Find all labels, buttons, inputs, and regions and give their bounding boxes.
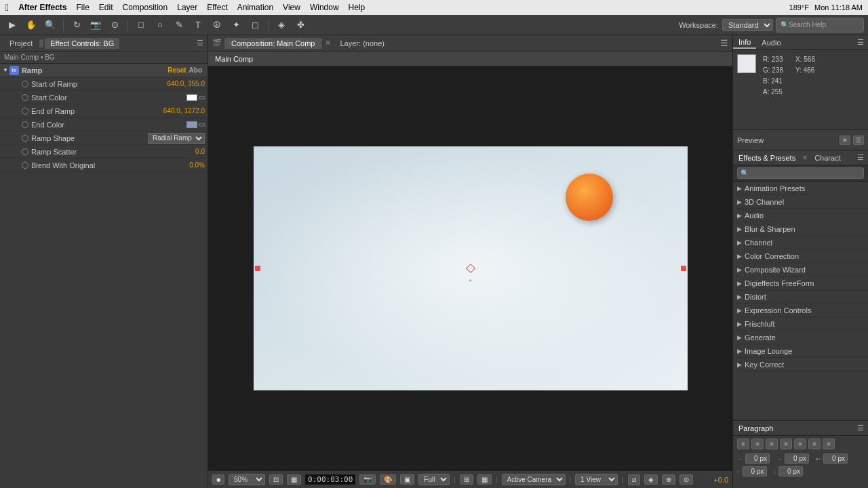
indent-first-input[interactable] xyxy=(823,453,848,464)
tool-text[interactable]: T xyxy=(190,18,206,33)
layer-handles-btn[interactable]: ◈ xyxy=(644,474,658,485)
reset-btn[interactable]: Reset xyxy=(167,66,186,74)
right-handle[interactable] xyxy=(681,266,686,271)
comp-tab-close[interactable]: ✕ xyxy=(325,39,331,47)
ep-frischluft[interactable]: ▶ Frischluft xyxy=(733,317,868,331)
menu-effect[interactable]: Effect xyxy=(207,3,227,12)
preview-close[interactable]: ✕ xyxy=(840,136,850,145)
panel-close[interactable] xyxy=(39,39,43,47)
align-center[interactable]: ≡ xyxy=(751,439,764,449)
comp-size-btn[interactable]: ⊡ xyxy=(269,474,283,485)
indent-left-input[interactable] xyxy=(745,453,770,464)
menu-layer[interactable]: Layer xyxy=(177,3,197,12)
tab-character[interactable]: Charact xyxy=(809,152,846,163)
menu-window[interactable]: Window xyxy=(310,3,339,12)
align-justify-all[interactable]: ≡ xyxy=(823,439,835,449)
ep-animation-presets[interactable]: ▶ Animation Presets xyxy=(733,182,868,195)
ep-channel[interactable]: ▶ Channel xyxy=(733,236,868,249)
ramp-shape-select[interactable]: Radial Ramp Linear Ramp xyxy=(148,133,205,144)
tab-layer-none[interactable]: Layer: (none) xyxy=(334,38,391,49)
camera-select[interactable]: Active Camera xyxy=(502,474,566,485)
left-handle[interactable] xyxy=(255,266,260,271)
menu-animation[interactable]: Animation xyxy=(237,3,273,12)
info-panel-menu[interactable]: ☰ xyxy=(853,38,868,47)
ep-blur-sharpen[interactable]: ▶ Blur & Sharpen xyxy=(733,222,868,236)
tool-clone[interactable]: ✦ xyxy=(228,18,244,33)
tool-select[interactable]: ▶ xyxy=(4,18,20,33)
tab-audio[interactable]: Audio xyxy=(756,37,786,48)
abo-btn[interactable]: Abo xyxy=(189,66,202,74)
tool-zoom[interactable]: 🔍 xyxy=(42,18,58,33)
ep-expression-controls[interactable]: ▶ Expression Controls xyxy=(733,304,868,317)
space-after-input[interactable] xyxy=(778,466,803,476)
panel-menu-icon[interactable]: ☰ xyxy=(197,39,203,47)
tab-effects-presets[interactable]: Effects & Presets xyxy=(733,152,801,163)
tab-main-comp[interactable]: Composition: Main Comp xyxy=(224,38,322,49)
snapshot-btn[interactable]: 📷 xyxy=(359,474,376,485)
ep-search-input[interactable] xyxy=(737,167,864,179)
workspace-select[interactable]: Standard xyxy=(722,19,773,31)
prop-ramp-scatter-value[interactable]: 0.0 xyxy=(195,148,205,155)
stopwatch-ramp-scatter[interactable] xyxy=(22,148,28,155)
space-before-input[interactable] xyxy=(743,466,767,476)
menu-view[interactable]: View xyxy=(283,3,300,12)
color-btn[interactable]: 🎨 xyxy=(380,474,396,485)
prop-ramp-scatter[interactable]: Ramp Scatter 0.0 xyxy=(0,145,208,159)
comp-flow-btn[interactable]: ⊕ xyxy=(662,474,675,485)
prop-blend-value[interactable]: 0.0% xyxy=(189,161,205,169)
tool-puppet[interactable]: ◈ xyxy=(273,18,290,33)
stopwatch-blend[interactable] xyxy=(22,162,28,169)
menu-composition[interactable]: Composition xyxy=(123,3,168,12)
tool-mask-rect[interactable]: □ xyxy=(133,18,149,33)
tool-eraser[interactable]: ◻ xyxy=(247,18,263,33)
ep-digieffects[interactable]: ▶ Digieffects FreeForm xyxy=(733,277,868,290)
prop-ramp-shape[interactable]: Ramp Shape Radial Ramp Linear Ramp xyxy=(0,131,208,145)
tab-project[interactable]: Project xyxy=(4,38,38,49)
ep-distort[interactable]: ▶ Distort xyxy=(733,290,868,304)
preview-menu[interactable]: ☰ xyxy=(853,136,864,145)
layer-wireframe-btn[interactable]: ⧄ xyxy=(628,474,640,485)
prop-end-color[interactable]: End Color ▭ xyxy=(0,118,208,131)
stopwatch-start-color[interactable] xyxy=(22,94,28,101)
ep-audio[interactable]: ▶ Audio xyxy=(733,209,868,222)
align-justify-c[interactable]: ≡ xyxy=(794,439,806,449)
ep-color-correction[interactable]: ▶ Color Correction xyxy=(733,249,868,263)
end-color-eyedropper[interactable]: ▭ xyxy=(199,121,205,128)
align-left[interactable]: ≡ xyxy=(737,439,749,449)
ep-image-lounge[interactable]: ▶ Image Lounge xyxy=(733,344,868,358)
ep-3d-channel[interactable]: ▶ 3D Channel xyxy=(733,195,868,209)
prop-end-ramp-value[interactable]: 640.0, 1272.0 xyxy=(163,107,205,115)
align-right[interactable]: ≡ xyxy=(766,439,778,449)
tool-mask-ellipse[interactable]: ○ xyxy=(152,18,168,33)
prop-blend-original[interactable]: Blend With Original 0.0% xyxy=(0,159,208,172)
comp-panel-menu[interactable]: ☰ xyxy=(720,38,728,48)
align-justify-l[interactable]: ≡ xyxy=(780,439,792,449)
menu-file[interactable]: File xyxy=(76,3,89,12)
grid-btn[interactable]: ⊞ xyxy=(460,474,473,485)
ep-generate[interactable]: ▶ Generate xyxy=(733,331,868,344)
tab-info[interactable]: Info xyxy=(733,37,756,49)
tool-shape[interactable]: ✤ xyxy=(292,18,309,33)
ramp-collapse[interactable]: ▼ xyxy=(3,67,8,73)
transparency-btn[interactable]: ▣ xyxy=(400,474,414,485)
start-color-eyedropper[interactable]: ▭ xyxy=(199,94,205,101)
ep-menu[interactable]: ☰ xyxy=(853,153,868,162)
indent-right-input[interactable] xyxy=(785,453,809,464)
tab-paragraph[interactable]: Paragraph xyxy=(733,423,778,434)
prop-start-of-ramp[interactable]: Start of Ramp 640.0, 355.0 xyxy=(0,77,208,91)
stopwatch-end-ramp[interactable] xyxy=(22,108,28,115)
stopwatch-start-ramp[interactable] xyxy=(22,81,28,87)
menu-after-effects[interactable]: After Effects xyxy=(18,3,66,12)
tool-orbit[interactable]: ⊙ xyxy=(106,18,123,33)
tool-brush[interactable]: ☮ xyxy=(209,18,225,33)
zoom-select[interactable]: 50% 100% 25% xyxy=(229,474,265,485)
stopwatch-end-color[interactable] xyxy=(22,121,28,128)
align-justify-r[interactable]: ≡ xyxy=(808,439,821,449)
tool-pen[interactable]: ✎ xyxy=(171,18,187,33)
sub-tab-main-comp[interactable]: Main Comp xyxy=(215,55,253,63)
view-select[interactable]: 1 View 2 Views xyxy=(575,474,618,485)
quality-select[interactable]: Full Half xyxy=(418,474,450,485)
end-color-swatch[interactable] xyxy=(186,121,197,128)
tool-hand[interactable]: ✋ xyxy=(23,18,39,33)
pixel-preview-btn[interactable]: ▦ xyxy=(287,474,301,485)
